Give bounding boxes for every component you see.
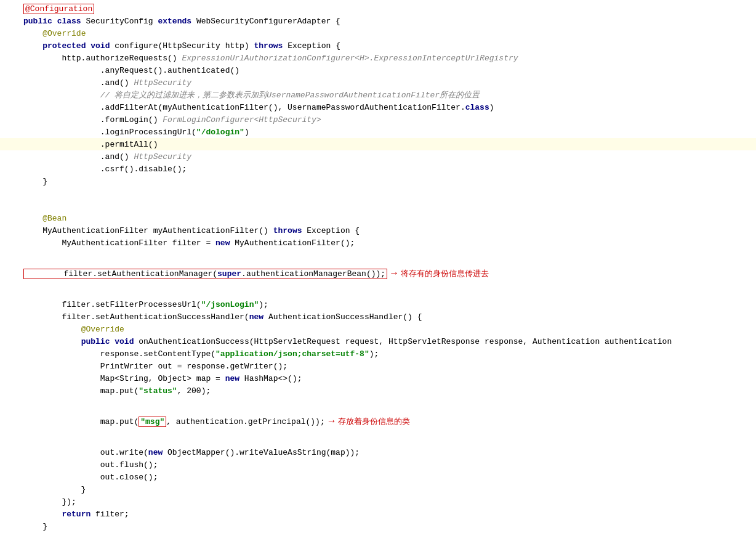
line-annotation-config: @Configuration [0, 2, 756, 15]
line-bean: @Bean [0, 212, 756, 224]
code-line-26: response.setContentType("application/jso… [18, 349, 756, 359]
line-class-decl: public class SecurityConfig extends WebS… [0, 15, 756, 27]
code-line-27: PrintWriter out = response.getWriter(); [18, 362, 756, 371]
line-auth-filter-method: MyAuthenticationFilter myAuthenticationF… [0, 224, 756, 237]
line-csrf: .csrf().disable(); [0, 163, 756, 175]
line-print-writer: PrintWriter out = response.getWriter(); [0, 360, 756, 372]
code-line-33: out.close(); [18, 473, 756, 482]
code-line-18: @Bean [18, 214, 756, 223]
line-any-request: .anyRequest().authenticated() [0, 64, 756, 76]
line-on-auth-success: public void onAuthenticationSuccess(Http… [0, 335, 756, 348]
line-and-2: .and() HttpSecurity [0, 150, 756, 163]
code-line-32: out.flush(); [18, 460, 756, 470]
line-out-close: out.close(); [0, 471, 756, 483]
breakpoint-icon [1, 43, 7, 49]
line-set-auth-manager: filter.setAuthenticationManager(super.au… [0, 249, 756, 298]
line-map-msg: map.put("msg", authentication.getPrincip… [0, 397, 756, 446]
boxed-msg: "msg" [139, 417, 166, 427]
line-set-content-type: response.setContentType("application/jso… [0, 348, 756, 360]
code-line-30: map.put("msg", authentication.getPrincip… [18, 397, 756, 446]
code-line-23: filter.setAuthenticationSuccessHandler(n… [18, 312, 756, 322]
code-line-29: map.put("status", 200); [18, 386, 756, 396]
code-line-9: .addFilterAt(myAuthenticationFilter(), U… [18, 103, 756, 112]
code-line-28: Map<String, Object> map = new HashMap<>(… [18, 374, 756, 383]
line-map-status: map.put("status", 200); [0, 384, 756, 397]
code-line-37: } [18, 522, 756, 531]
line-permit-all: .permitAll() [0, 138, 756, 150]
code-line-14: .csrf().disable(); [18, 165, 756, 174]
line-override2: @Override [0, 323, 756, 335]
code-line-20: MyAuthenticationFilter filter = new MyAu… [18, 238, 756, 248]
line-close-handler: }); [0, 495, 756, 508]
code-line-22: filter.setFilterProcessesUrl("/jsonLogin… [18, 300, 756, 309]
code-line-4: protected void configure(HttpSecurity ht… [18, 41, 756, 51]
code-line-10: .formLogin() FormLoginConfigurer<HttpSec… [18, 115, 756, 124]
line-close-method: } [0, 520, 756, 532]
line-filter-new: MyAuthenticationFilter filter = new MyAu… [0, 237, 756, 249]
code-line-19: MyAuthenticationFilter myAuthenticationF… [18, 226, 756, 235]
arrow-auth-manager: → [391, 268, 397, 279]
line-http-authorize: http.authorizeRequests() ExpressionUrlAu… [0, 52, 756, 64]
code-line-1: @Configuration [18, 4, 756, 14]
line-override1: @Override [0, 27, 756, 39]
line-add-filter: .addFilterAt(myAuthenticationFilter(), U… [0, 101, 756, 113]
code-line-25: public void onAuthenticationSuccess(Http… [18, 337, 756, 346]
line-close-configure: } [0, 175, 756, 187]
code-line-5: http.authorizeRequests() ExpressionUrlAu… [18, 54, 756, 63]
comment-auth-manager: 将存有的身份信息传进去 [401, 268, 489, 279]
line-configure-method: protected void configure(HttpSecurity ht… [0, 39, 756, 52]
code-line-3: @Override [18, 29, 756, 38]
line-blank-2 [0, 200, 756, 212]
code-line-8: // 将自定义的过滤加进来，第二参数表示加到UsernamePasswordAu… [18, 89, 756, 100]
code-line-12: .permitAll() [18, 140, 756, 149]
code-line-34: } [18, 485, 756, 494]
line-login-url: .loginProcessingUrl("/dologin") [0, 126, 756, 138]
comment-msg: 存放着身份信息的类 [338, 416, 410, 427]
arrow-msg: → [329, 416, 335, 427]
annotation-config: @Configuration [23, 4, 94, 14]
code-line-21: filter.setAuthenticationManager(super.au… [18, 250, 756, 298]
line-filter-url: filter.setFilterProcessesUrl("/jsonLogin… [0, 298, 756, 311]
code-line-13: .and() HttpSecurity [18, 152, 756, 161]
code-line-24: @Override [18, 325, 756, 334]
code-editor: @Configuration public class SecurityConf… [0, 0, 756, 533]
code-line-36: return filter; [18, 510, 756, 519]
code-line-6: .anyRequest().authenticated() [18, 66, 756, 75]
code-line-17 [18, 201, 756, 211]
line-return-filter: return filter; [0, 508, 756, 520]
line-out-write: out.write(new ObjectMapper().writeValueA… [0, 446, 756, 458]
code-line-15: } [18, 177, 756, 186]
line-out-flush: out.flush(); [0, 458, 756, 471]
line-close-anon: } [0, 483, 756, 495]
line-success-handler: filter.setAuthenticationSuccessHandler(n… [0, 311, 756, 323]
code-line-35: }); [18, 497, 756, 507]
boxed-auth-manager: filter.setAuthenticationManager(super.au… [23, 269, 387, 279]
line-comment: // 将自定义的过滤加进来，第二参数表示加到UsernamePasswordAu… [0, 89, 756, 101]
code-line-31: out.write(new ObjectMapper().writeValueA… [18, 448, 756, 457]
line-blank-1 [0, 187, 756, 200]
code-line-11: .loginProcessingUrl("/dologin") [18, 128, 756, 137]
code-line-7: .and() HttpSecurity [18, 78, 756, 87]
line-map-new: Map<String, Object> map = new HashMap<>(… [0, 372, 756, 384]
code-line-2: public class SecurityConfig extends WebS… [18, 17, 756, 26]
line-form-login: .formLogin() FormLoginConfigurer<HttpSec… [0, 113, 756, 126]
line-and-1: .and() HttpSecurity [0, 76, 756, 89]
code-line-16 [18, 189, 756, 198]
